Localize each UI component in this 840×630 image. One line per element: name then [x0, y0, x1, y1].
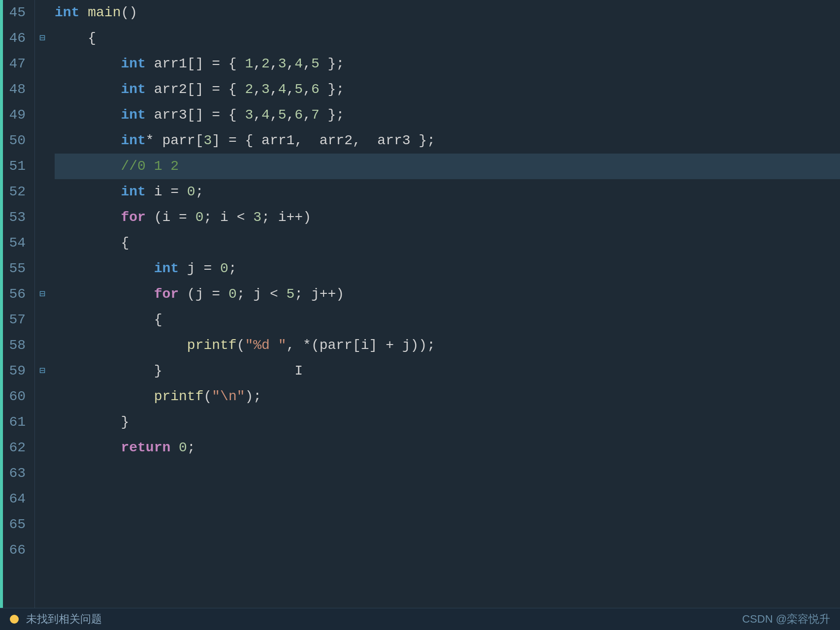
function-name: printf — [187, 338, 237, 353]
bottom-bar: 未找到相关问题 CSDN @栾容悦升 — [0, 608, 840, 630]
fold-cell[interactable]: ⊟ — [35, 358, 50, 384]
code-text: ; i < — [203, 210, 253, 225]
code-text: arr2[] = { — [146, 82, 245, 97]
fold-cell[interactable] — [35, 410, 50, 435]
code-text: , *(parr[i] + j)); — [287, 338, 435, 353]
line-number: 65 — [8, 512, 30, 537]
code-text: , — [303, 107, 311, 123]
code-line[interactable]: int arr3[] = { 3,4,5,6,7 }; — [55, 102, 840, 128]
code-line[interactable]: printf("\n"); — [55, 384, 840, 410]
code-line[interactable]: for (i = 0; i < 3; i++) — [55, 205, 840, 230]
code-line[interactable]: printf("%d ", *(parr[i] + j)); — [55, 333, 840, 358]
code-line[interactable]: { — [55, 307, 840, 333]
fold-cell[interactable]: ⊟ — [35, 26, 50, 51]
code-text: , — [253, 82, 261, 97]
code-text: arr3[] = { — [146, 107, 245, 123]
code-text: ] = { arr1, arr2, arr3 }; — [212, 133, 435, 148]
string-literal: "%d " — [245, 338, 286, 353]
fold-cell[interactable] — [35, 230, 50, 256]
number-literal: 5 — [294, 82, 303, 97]
keyword-blue: int — [121, 184, 145, 199]
code-text: j = — [179, 261, 220, 276]
line-number: 60 — [8, 384, 30, 410]
number-literal: 0 — [179, 440, 187, 455]
fold-cell[interactable] — [35, 537, 50, 563]
line-number: 64 — [8, 486, 30, 512]
line-number: 59 — [8, 358, 30, 384]
code-text: { — [55, 312, 162, 327]
string-literal: "\n" — [212, 389, 245, 404]
fold-cell[interactable] — [35, 179, 50, 205]
number-literal: 4 — [278, 82, 287, 97]
line-number: 46 — [8, 26, 30, 51]
line-number: 49 — [8, 102, 30, 128]
line-number: 53 — [8, 205, 30, 230]
code-text: arr1[] = { — [146, 56, 245, 71]
number-literal: 2 — [245, 82, 253, 97]
code-text — [55, 184, 121, 199]
line-number: 54 — [8, 230, 30, 256]
code-line[interactable]: { — [55, 230, 840, 256]
fold-cell[interactable] — [35, 333, 50, 358]
code-line[interactable]: //0 1 2 — [55, 154, 840, 179]
fold-cell[interactable] — [35, 77, 50, 102]
line-number: 47 — [8, 51, 30, 77]
code-line[interactable]: for (j = 0; j < 5; j++) — [55, 282, 840, 307]
code-text: * parr[ — [146, 133, 204, 148]
code-text: , — [253, 107, 261, 123]
fold-cell[interactable] — [35, 486, 50, 512]
keyword-blue: int — [121, 133, 145, 148]
code-line[interactable]: int main() — [55, 0, 840, 26]
code-text: { — [55, 235, 129, 251]
code-text — [55, 82, 121, 97]
number-literal: 5 — [278, 107, 287, 123]
fold-cell[interactable] — [35, 512, 50, 537]
code-text — [55, 389, 154, 404]
fold-cell[interactable] — [35, 51, 50, 77]
code-line[interactable]: } — [55, 410, 840, 435]
fold-cell[interactable] — [35, 384, 50, 410]
branding-text: CSDN @栾容悦升 — [742, 612, 830, 627]
code-line[interactable]: int arr1[] = { 1,2,3,4,5 }; — [55, 51, 840, 77]
fold-cell[interactable] — [35, 128, 50, 154]
code-text — [170, 440, 179, 455]
code-text: }; — [320, 107, 344, 123]
fold-cell[interactable] — [35, 256, 50, 282]
line-number: 62 — [8, 435, 30, 461]
code-text — [55, 56, 121, 71]
number-literal: 6 — [311, 82, 320, 97]
fold-cell[interactable] — [35, 102, 50, 128]
code-line[interactable]: } I — [55, 358, 840, 384]
fold-gutter: ⊟⊟⊟ — [35, 0, 50, 608]
code-line[interactable]: { — [55, 26, 840, 51]
function-name: main — [88, 5, 121, 20]
code-line[interactable]: int i = 0; — [55, 179, 840, 205]
code-line[interactable]: int* parr[3] = { arr1, arr2, arr3 }; — [55, 128, 840, 154]
fold-cell[interactable] — [35, 461, 50, 486]
code-text — [55, 158, 121, 174]
code-content[interactable]: int main() { int arr1[] = { 1,2,3,4,5 };… — [50, 0, 840, 608]
code-line[interactable]: int j = 0; — [55, 256, 840, 282]
fold-cell[interactable]: ⊟ — [35, 282, 50, 307]
code-text: } — [55, 363, 162, 378]
fold-cell[interactable] — [35, 0, 50, 26]
number-literal: 5 — [311, 56, 320, 71]
number-literal: 7 — [311, 107, 320, 123]
code-area: 4546474849505152535455565758596061626364… — [0, 0, 840, 608]
fold-cell[interactable] — [35, 154, 50, 179]
keyword-control: return — [121, 440, 170, 455]
fold-cell[interactable] — [35, 435, 50, 461]
code-line[interactable]: return 0; — [55, 435, 840, 461]
code-text: ; i++) — [261, 210, 311, 225]
code-text — [55, 286, 154, 302]
fold-cell[interactable] — [35, 205, 50, 230]
code-text: , — [270, 56, 278, 71]
keyword-control: for — [121, 210, 145, 225]
number-literal: 3 — [245, 107, 253, 123]
line-number: 61 — [8, 410, 30, 435]
code-line[interactable]: int arr2[] = { 2,3,4,5,6 }; — [55, 77, 840, 102]
code-text: , — [287, 82, 295, 97]
fold-cell[interactable] — [35, 307, 50, 333]
code-text: I — [162, 363, 303, 378]
line-number: 45 — [8, 0, 30, 26]
